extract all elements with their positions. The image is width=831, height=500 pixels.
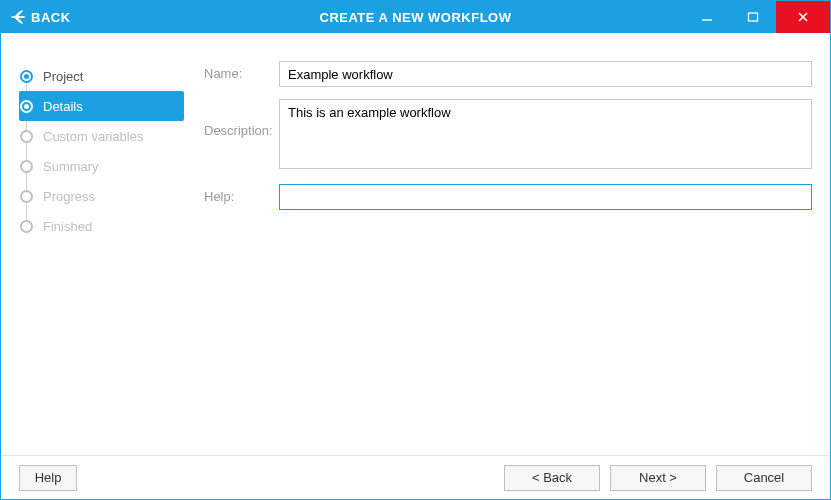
back-button-label: BACK	[31, 10, 71, 25]
cancel-button[interactable]: Cancel	[716, 465, 812, 491]
help-button[interactable]: Help	[19, 465, 77, 491]
minimize-icon	[701, 11, 713, 23]
back-arrow-icon	[11, 10, 25, 24]
next-nav-button[interactable]: Next >	[610, 465, 706, 491]
footer-bar: Help < Back Next > Cancel	[1, 455, 830, 499]
step-label: Progress	[43, 189, 95, 204]
step-project[interactable]: Project	[19, 61, 184, 91]
back-nav-button[interactable]: < Back	[504, 465, 600, 491]
window-title: CREATE A NEW WORKFLOW	[320, 10, 512, 25]
step-bullet-icon	[20, 130, 33, 143]
name-label: Name:	[204, 61, 279, 81]
description-label: Description:	[204, 99, 279, 138]
row-description: Description:	[204, 99, 812, 172]
name-input[interactable]	[279, 61, 812, 87]
wizard-sidebar: Project Details Custom variables Summary…	[19, 61, 184, 437]
form-panel: Name: Description: Help:	[184, 61, 812, 437]
description-input[interactable]	[279, 99, 812, 169]
svg-rect-2	[749, 13, 758, 21]
row-name: Name:	[204, 61, 812, 87]
maximize-button[interactable]	[730, 1, 776, 33]
minimize-button[interactable]	[684, 1, 730, 33]
wizard-steps: Project Details Custom variables Summary…	[19, 61, 184, 241]
maximize-icon	[747, 11, 759, 23]
help-input[interactable]	[279, 184, 812, 210]
row-help: Help:	[204, 184, 812, 210]
step-label: Details	[43, 99, 83, 114]
step-bullet-icon	[20, 220, 33, 233]
step-finished[interactable]: Finished	[19, 211, 184, 241]
step-bullet-icon	[20, 70, 33, 83]
step-progress[interactable]: Progress	[19, 181, 184, 211]
window-controls	[684, 1, 830, 33]
back-button[interactable]: BACK	[1, 1, 81, 33]
step-summary[interactable]: Summary	[19, 151, 184, 181]
step-label: Custom variables	[43, 129, 143, 144]
step-details[interactable]: Details	[19, 91, 184, 121]
titlebar: BACK CREATE A NEW WORKFLOW	[1, 1, 830, 33]
close-button[interactable]	[776, 1, 830, 33]
step-bullet-icon	[20, 100, 33, 113]
step-bullet-icon	[20, 190, 33, 203]
content-area: Project Details Custom variables Summary…	[1, 33, 830, 455]
step-bullet-icon	[20, 160, 33, 173]
step-label: Summary	[43, 159, 99, 174]
step-custom-variables[interactable]: Custom variables	[19, 121, 184, 151]
close-icon	[796, 10, 810, 24]
help-label: Help:	[204, 184, 279, 204]
step-label: Project	[43, 69, 83, 84]
step-label: Finished	[43, 219, 92, 234]
